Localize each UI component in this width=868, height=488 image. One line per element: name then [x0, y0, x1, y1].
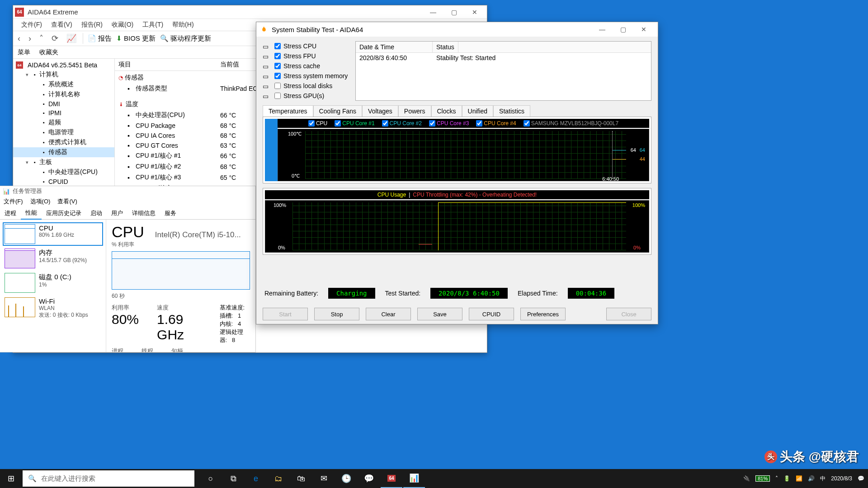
taskview-icon[interactable]: ⧉: [222, 469, 244, 488]
tab-temperatures[interactable]: Temperatures: [263, 105, 313, 117]
tree-item[interactable]: ▪DMI: [13, 99, 114, 108]
stress-option[interactable]: ▭ Stress local disks: [263, 81, 351, 91]
back-icon[interactable]: ‹: [16, 33, 22, 44]
tab-processes[interactable]: 进程: [0, 207, 21, 219]
menu-view[interactable]: 查看(V): [47, 20, 77, 30]
mail-icon[interactable]: ✉: [313, 469, 335, 488]
legend-item[interactable]: CPU Core #1: [335, 120, 374, 127]
tab-unified[interactable]: Unified: [462, 105, 494, 117]
tab-fans[interactable]: Cooling Fans: [313, 105, 363, 117]
tree-item[interactable]: ▪IPMI: [13, 108, 114, 117]
battery-icon[interactable]: 🔋: [783, 475, 790, 482]
menu-report[interactable]: 报告(R): [77, 20, 107, 30]
tree-item[interactable]: ▪CPUID: [13, 177, 114, 186]
up-icon[interactable]: ˄: [38, 33, 45, 44]
tm-card-wifi[interactable]: Wi-FiWLAN发送: 0 接收: 0 Kbps: [3, 296, 103, 321]
clock-icon[interactable]: 🕒: [335, 469, 357, 488]
tab-voltages[interactable]: Voltages: [362, 105, 398, 117]
stress-option[interactable]: ▭ Stress CPU: [263, 41, 351, 51]
tree-root[interactable]: 64 AIDA64 v6.25.5451 Beta: [13, 61, 114, 70]
wechat-icon[interactable]: 💬: [358, 469, 380, 488]
tm-menu-options[interactable]: 选项(O): [30, 197, 51, 206]
tab-users[interactable]: 用户: [107, 207, 127, 219]
tree-item[interactable]: ▪计算机名称: [13, 89, 114, 99]
tab-startup[interactable]: 启动: [86, 207, 107, 219]
tm-menu-file[interactable]: 文件(F): [4, 197, 23, 206]
stress-option[interactable]: ▭ Stress FPU: [263, 51, 351, 61]
search-box[interactable]: 🔍 在此键入进行搜索: [23, 470, 194, 487]
ime-icon[interactable]: 中: [820, 475, 826, 483]
legend-item[interactable]: SAMSUNG MZVLB512HBJQ-000L7: [524, 120, 618, 127]
tree-item[interactable]: ▾▪计算机: [13, 70, 114, 80]
cpu-usage-chart[interactable]: [112, 251, 250, 290]
edge-icon[interactable]: e: [245, 469, 267, 488]
tree-item[interactable]: ▾▪主板: [13, 157, 114, 167]
tm-card-disk[interactable]: 磁盘 0 (C:)1%: [3, 271, 103, 295]
tree-item[interactable]: ▪中央处理器(CPU): [13, 167, 114, 177]
chart-icon[interactable]: 📈: [65, 33, 78, 44]
store-icon[interactable]: 🛍: [290, 469, 312, 488]
aida-titlebar[interactable]: 64 AIDA64 Extreme — ▢ ✕: [13, 5, 487, 19]
stress-option[interactable]: ▭ Stress system memory: [263, 71, 351, 81]
tab-apphistory[interactable]: 应用历史记录: [42, 207, 86, 219]
start-button[interactable]: Start: [263, 308, 308, 320]
menu-fav[interactable]: 收藏(O): [107, 20, 138, 30]
stress-option[interactable]: ▭ Stress cache: [263, 61, 351, 71]
stab-minimize[interactable]: —: [592, 23, 613, 35]
cortana-icon[interactable]: ○: [200, 469, 222, 488]
tab-powers[interactable]: Powers: [398, 105, 431, 117]
legend-item[interactable]: CPU Core #4: [476, 120, 516, 127]
tab-clocks[interactable]: Clocks: [431, 105, 462, 117]
taskmgr-taskbar[interactable]: 📊: [403, 469, 425, 488]
tab-details[interactable]: 详细信息: [127, 207, 160, 219]
start-button[interactable]: ⊞: [0, 469, 22, 488]
tab-services[interactable]: 服务: [160, 207, 181, 219]
maximize-button[interactable]: ▢: [443, 6, 464, 18]
preferences-button[interactable]: Preferences: [520, 308, 566, 320]
tm-menu-view[interactable]: 查看(V): [57, 197, 77, 206]
tree-item[interactable]: ▪电源管理: [13, 127, 114, 137]
tab-statistics[interactable]: Statistics: [493, 105, 530, 117]
legend-item[interactable]: CPU Core #2: [382, 120, 422, 127]
explorer-icon[interactable]: 🗂: [268, 469, 289, 488]
notification-icon[interactable]: 💬: [858, 475, 864, 482]
driver-update-button[interactable]: 🔍 驱动程序更新: [160, 34, 211, 43]
tray-expand-icon[interactable]: ˄: [775, 475, 778, 482]
stab-close[interactable]: ✕: [633, 23, 654, 35]
legend-item[interactable]: CPU: [308, 120, 327, 127]
stab-titlebar[interactable]: System Stability Test - AIDA64 — ▢ ✕: [256, 22, 658, 37]
clock-date[interactable]: 2020/8/3: [831, 475, 852, 482]
minimize-button[interactable]: —: [423, 6, 443, 18]
taskmgr-titlebar[interactable]: 📊 任务管理器: [0, 186, 255, 196]
aida-app-taskbar[interactable]: 64: [381, 469, 402, 488]
tab-performance[interactable]: 性能: [21, 207, 42, 220]
wifi-icon[interactable]: 📶: [796, 475, 802, 482]
stress-option[interactable]: ▭ Stress GPU(s): [263, 91, 351, 101]
stab-maximize[interactable]: ▢: [613, 23, 633, 35]
save-button[interactable]: Save: [417, 308, 462, 320]
tm-card-memory[interactable]: 内存14.5/15.7 GB (92%): [3, 247, 103, 270]
menu-tools[interactable]: 工具(T): [138, 20, 168, 30]
tree-item[interactable]: ▪传感器: [13, 147, 114, 157]
tree-item[interactable]: ▪超频: [13, 117, 114, 127]
clear-button[interactable]: Clear: [366, 308, 411, 320]
battery-indicator[interactable]: 81%: [755, 475, 770, 482]
power-icon[interactable]: 🔌: [743, 475, 750, 482]
report-button[interactable]: 📄 报告: [88, 34, 112, 43]
tree-item[interactable]: ▪便携式计算机: [13, 137, 114, 147]
legend-item[interactable]: CPU Core #3: [429, 120, 469, 127]
chart-drag-handle[interactable]: [265, 119, 278, 181]
close-button[interactable]: ✕: [464, 6, 485, 18]
tm-card-cpu[interactable]: CPU80% 1.69 GHz: [3, 222, 103, 246]
tab-fav[interactable]: 收藏夹: [39, 48, 58, 56]
tab-menu[interactable]: 菜单: [18, 48, 30, 56]
menu-file[interactable]: 文件(F): [17, 20, 47, 30]
forward-icon[interactable]: ›: [27, 33, 33, 44]
bios-update-button[interactable]: ⬇ BIOS 更新: [116, 34, 156, 43]
stop-button[interactable]: Stop: [314, 308, 359, 320]
refresh-icon[interactable]: ⟳: [50, 33, 60, 44]
cpuid-button[interactable]: CPUID: [469, 308, 514, 320]
menu-help[interactable]: 帮助(H): [168, 20, 198, 30]
close-button[interactable]: Close: [606, 308, 651, 320]
tree-item[interactable]: ▪系统概述: [13, 80, 114, 89]
